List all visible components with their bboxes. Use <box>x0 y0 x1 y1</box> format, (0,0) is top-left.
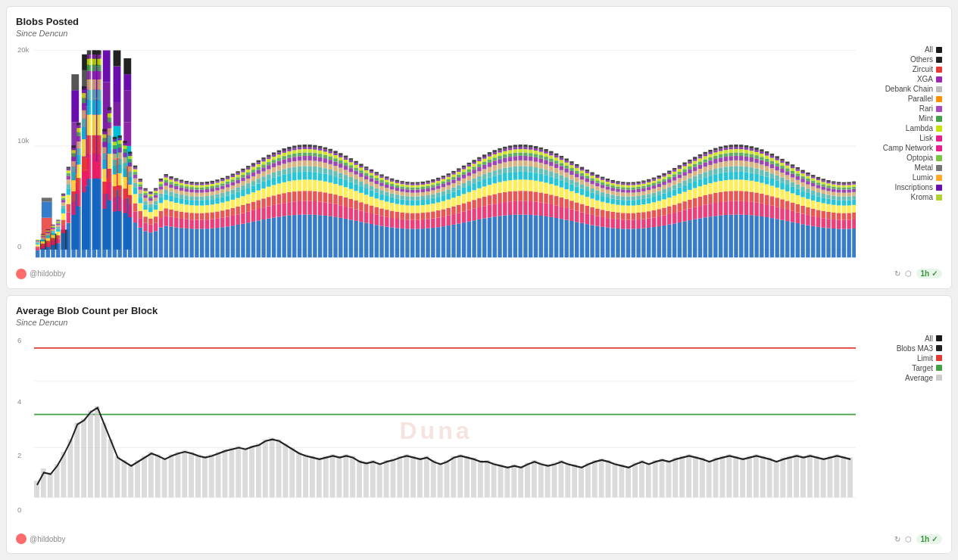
svg-rect-1320 <box>580 212 584 222</box>
svg-rect-424 <box>195 197 198 201</box>
svg-rect-1089 <box>477 159 481 161</box>
svg-rect-841 <box>375 207 379 215</box>
svg-rect-1572 <box>688 209 691 221</box>
svg-rect-1269 <box>554 155 558 157</box>
svg-rect-370 <box>169 176 173 178</box>
svg-rect-410 <box>189 205 193 213</box>
svg-rect-906 <box>400 188 404 191</box>
svg-rect-1522 <box>662 173 666 175</box>
svg-rect-1273 <box>560 198 563 207</box>
bottom-refresh-icon[interactable]: ↻ <box>894 535 900 543</box>
svg-rect-1957 <box>852 213 856 219</box>
svg-rect-51 <box>36 247 39 248</box>
svg-rect-1415 <box>621 229 625 257</box>
svg-rect-569 <box>257 174 261 179</box>
svg-rect-198 <box>97 71 101 79</box>
svg-rect-529 <box>241 205 245 213</box>
svg-rect-1122 <box>493 160 497 165</box>
svg-rect-1553 <box>678 178 682 182</box>
svg-rect-802 <box>354 161 357 163</box>
svg-rect-335 <box>159 228 163 258</box>
svg-rect-1406 <box>616 205 619 213</box>
svg-rect-1658 <box>724 180 728 191</box>
svg-rect-1160 <box>508 150 512 153</box>
svg-rect-1356 <box>595 216 599 226</box>
svg-rect-1908 <box>832 219 835 229</box>
svg-rect-1424 <box>621 185 625 187</box>
svg-rect-395 <box>185 229 189 257</box>
svg-rect-828 <box>370 213 373 224</box>
svg-rect-125 <box>67 179 70 184</box>
svg-rect-711 <box>318 173 322 180</box>
svg-rect-1963 <box>852 187 856 189</box>
svg-rect-1256 <box>549 155 553 158</box>
svg-rect-730 <box>323 148 327 150</box>
svg-rect-1036 <box>457 185 460 190</box>
svg-rect-963 <box>426 199 429 204</box>
svg-rect-911 <box>405 229 409 257</box>
svg-rect-1413 <box>616 182 619 184</box>
svg-rect-696 <box>313 201 317 215</box>
svg-rect-1681 <box>734 191 738 201</box>
svg-rect-926 <box>410 206 414 213</box>
refresh-icon[interactable]: ↻ <box>894 269 900 278</box>
svg-rect-1642 <box>713 148 717 151</box>
bottom-footer-user: @hildobby <box>30 535 65 543</box>
svg-rect-1805 <box>785 175 789 179</box>
camera-icon[interactable]: ⬡ <box>905 269 912 278</box>
svg-rect-758 <box>339 185 342 196</box>
svg-rect-907 <box>400 186 404 188</box>
svg-rect-1583 <box>693 219 697 258</box>
svg-rect-964 <box>426 195 429 199</box>
svg-rect-199 <box>97 65 101 71</box>
legend-dot-xga <box>936 76 942 82</box>
svg-rect-1743 <box>760 176 763 183</box>
svg-rect-1197 <box>523 147 527 149</box>
svg-rect-1476 <box>647 219 651 228</box>
svg-rect-862 <box>379 174 383 176</box>
svg-rect-2031 <box>431 460 436 497</box>
svg-rect-605 <box>272 167 276 173</box>
svg-rect-1118 <box>493 183 497 194</box>
svg-rect-1675 <box>729 153 732 156</box>
svg-rect-936 <box>416 219 420 229</box>
svg-rect-2091 <box>834 454 839 497</box>
y-label-6: 6 <box>17 336 21 344</box>
svg-rect-1923 <box>837 200 841 205</box>
svg-rect-1185 <box>518 147 522 149</box>
svg-rect-1700 <box>739 149 743 152</box>
svg-rect-422 <box>195 206 198 213</box>
svg-rect-465 <box>211 182 214 184</box>
svg-rect-1983 <box>108 439 114 497</box>
svg-rect-1201 <box>529 191 532 201</box>
svg-rect-534 <box>241 178 245 182</box>
svg-rect-482 <box>220 203 224 211</box>
svg-rect-753 <box>333 153 337 155</box>
svg-rect-226 <box>108 107 111 110</box>
svg-rect-961 <box>426 212 429 219</box>
legend-item-average: Average <box>859 374 942 382</box>
svg-rect-383 <box>179 228 183 257</box>
svg-rect-1677 <box>729 147 732 149</box>
svg-rect-141 <box>71 148 75 150</box>
svg-rect-54 <box>36 242 39 243</box>
svg-rect-1487 <box>652 227 656 257</box>
svg-rect-296 <box>139 182 142 184</box>
bottom-camera-icon[interactable]: ⬡ <box>905 535 912 543</box>
svg-rect-853 <box>379 208 383 216</box>
svg-rect-1848 <box>806 215 810 225</box>
svg-rect-2062 <box>639 460 644 497</box>
svg-rect-1726 <box>750 146 754 148</box>
legend-item-lambda: Lambda <box>859 124 942 132</box>
svg-rect-313 <box>148 219 152 225</box>
svg-rect-565 <box>257 200 261 209</box>
svg-rect-326 <box>154 210 158 216</box>
svg-rect-1620 <box>708 204 712 216</box>
svg-rect-930 <box>410 190 414 193</box>
svg-rect-764 <box>339 157 342 160</box>
svg-rect-1373 <box>601 188 604 192</box>
svg-rect-160 <box>82 119 86 127</box>
svg-rect-2043 <box>511 464 516 497</box>
svg-rect-2087 <box>807 454 813 497</box>
svg-rect-1132 <box>498 169 501 174</box>
